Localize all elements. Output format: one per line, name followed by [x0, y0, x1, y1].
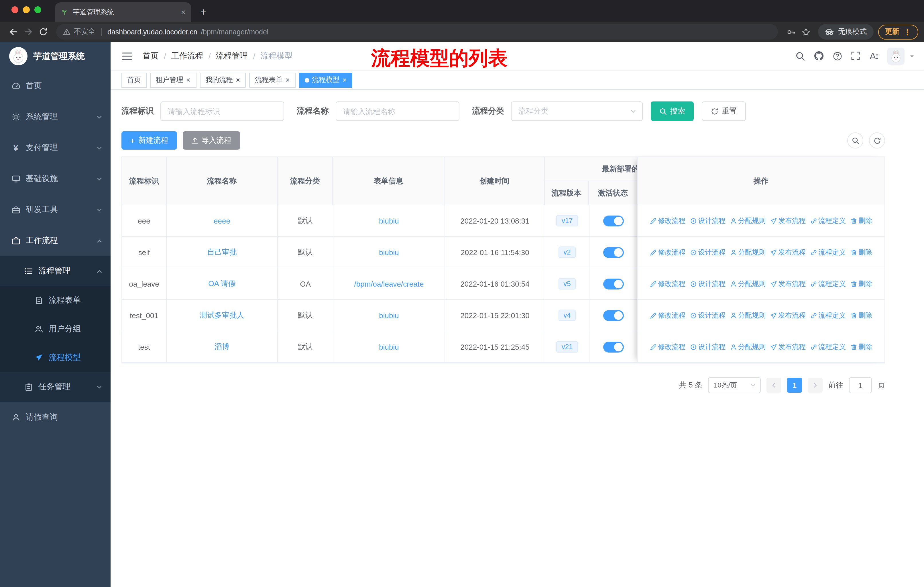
github-icon[interactable]	[814, 51, 824, 61]
zoom-window-button[interactable]	[35, 6, 41, 13]
close-icon[interactable]: ×	[285, 76, 290, 84]
publish-process-link[interactable]: 发布流程	[770, 311, 806, 320]
security-label[interactable]: 不安全	[74, 27, 96, 37]
bookmark-star-icon[interactable]	[799, 24, 813, 39]
sidebar-item-system[interactable]: 系统管理	[0, 101, 111, 132]
sidebar-item-devtools[interactable]: 研发工具	[0, 194, 111, 225]
menu-kebab-icon[interactable]: ⋮	[903, 27, 911, 36]
back-button[interactable]	[6, 24, 21, 39]
sidebar-item-leave-query[interactable]: 请假查询	[0, 402, 111, 433]
edit-process-link[interactable]: 修改流程	[650, 216, 685, 226]
tab-close-icon[interactable]: ×	[181, 8, 186, 16]
active-toggle[interactable]	[603, 310, 624, 321]
password-key-icon[interactable]	[784, 24, 799, 39]
search-toggle-button[interactable]	[847, 132, 863, 149]
design-process-link[interactable]: 设计流程	[690, 247, 726, 257]
publish-process-link[interactable]: 发布流程	[770, 247, 806, 257]
sidebar-item-process-form[interactable]: 流程表单	[0, 286, 111, 315]
form-info-link[interactable]: /bpm/oa/leave/create	[354, 279, 424, 288]
search-icon[interactable]	[796, 51, 805, 61]
refresh-button[interactable]	[869, 132, 885, 149]
process-definition-link[interactable]: 流程定义	[810, 342, 846, 352]
design-process-link[interactable]: 设计流程	[690, 342, 726, 352]
close-icon[interactable]: ×	[186, 76, 190, 84]
active-toggle[interactable]	[603, 215, 624, 226]
delete-link[interactable]: 删除	[850, 311, 872, 320]
sidebar-item-payment[interactable]: ¥ 支付管理	[0, 132, 111, 164]
form-info-link[interactable]: biubiu	[379, 342, 399, 351]
process-definition-link[interactable]: 流程定义	[810, 216, 846, 226]
active-toggle[interactable]	[603, 278, 624, 289]
close-window-button[interactable]	[12, 6, 18, 13]
form-info-link[interactable]: biubiu	[379, 248, 399, 256]
browser-update-button[interactable]: 更新 ⋮	[878, 24, 918, 39]
reset-button[interactable]: 重置	[702, 101, 746, 121]
delete-link[interactable]: 删除	[850, 247, 872, 257]
forward-button[interactable]	[21, 24, 36, 39]
tag-process-model[interactable]: 流程模型 ×	[299, 73, 353, 88]
goto-page-input[interactable]	[849, 377, 872, 393]
minimize-window-button[interactable]	[23, 6, 30, 13]
import-process-button[interactable]: 导入流程	[183, 131, 240, 150]
edit-process-link[interactable]: 修改流程	[650, 342, 685, 352]
form-info-link[interactable]: biubiu	[379, 217, 399, 225]
close-icon[interactable]: ×	[343, 76, 347, 84]
browser-tab[interactable]: 芋道管理系统 ×	[55, 2, 191, 22]
process-name-link[interactable]: 滔博	[214, 342, 229, 352]
sidebar-item-user-group[interactable]: 用户分组	[0, 315, 111, 343]
help-icon[interactable]	[833, 51, 842, 61]
process-name-link[interactable]: eeee	[214, 217, 230, 225]
design-process-link[interactable]: 设计流程	[690, 279, 726, 289]
edit-process-link[interactable]: 修改流程	[650, 247, 685, 257]
process-category-select[interactable]: 流程分类	[511, 101, 643, 121]
breadcrumb-item[interactable]: 工作流程	[171, 51, 203, 61]
assign-rule-link[interactable]: 分配规则	[730, 342, 766, 352]
page-1-button[interactable]: 1	[787, 378, 802, 393]
process-name-link[interactable]: 自己审批	[207, 247, 237, 257]
process-name-input[interactable]	[336, 101, 459, 121]
process-id-input[interactable]	[160, 101, 284, 121]
assign-rule-link[interactable]: 分配规则	[730, 279, 766, 289]
publish-process-link[interactable]: 发布流程	[770, 342, 806, 352]
sidebar-logo[interactable]: 芋道管理系统	[0, 42, 111, 71]
close-icon[interactable]: ×	[236, 76, 240, 84]
active-toggle[interactable]	[603, 247, 624, 258]
assign-rule-link[interactable]: 分配规则	[730, 247, 766, 257]
page-size-select[interactable]: 10条/页	[708, 377, 761, 393]
tag-process-form[interactable]: 流程表单 ×	[249, 73, 295, 88]
search-button[interactable]: 搜索	[651, 101, 694, 121]
new-tab-button[interactable]: +	[196, 5, 211, 20]
sidebar-item-process-management[interactable]: 流程管理	[0, 256, 111, 286]
publish-process-link[interactable]: 发布流程	[770, 279, 806, 289]
delete-link[interactable]: 删除	[850, 342, 872, 352]
edit-process-link[interactable]: 修改流程	[650, 311, 685, 320]
sidebar-item-workflow[interactable]: 工作流程	[0, 225, 111, 256]
reload-button[interactable]	[36, 24, 50, 39]
avatar[interactable]	[887, 47, 904, 64]
font-size-icon[interactable]	[869, 51, 878, 61]
delete-link[interactable]: 删除	[850, 279, 872, 289]
design-process-link[interactable]: 设计流程	[690, 216, 726, 226]
tag-tenant[interactable]: 租户管理 ×	[150, 73, 196, 88]
form-info-link[interactable]: biubiu	[379, 311, 399, 319]
address-bar[interactable]: 不安全 dashboard.yudao.iocoder.cn /bpm/mana…	[56, 24, 778, 40]
assign-rule-link[interactable]: 分配规则	[730, 311, 766, 320]
delete-link[interactable]: 删除	[850, 216, 872, 226]
sidebar-item-home[interactable]: 首页	[0, 71, 111, 101]
sidebar-item-process-model[interactable]: 流程模型	[0, 343, 111, 372]
breadcrumb-item[interactable]: 首页	[143, 51, 159, 61]
next-page-button[interactable]	[808, 378, 823, 393]
design-process-link[interactable]: 设计流程	[690, 311, 726, 320]
hamburger-icon[interactable]	[120, 49, 135, 63]
sidebar-item-task-management[interactable]: 任务管理	[0, 372, 111, 402]
process-definition-link[interactable]: 流程定义	[810, 311, 846, 320]
tag-my-process[interactable]: 我的流程 ×	[200, 73, 246, 88]
assign-rule-link[interactable]: 分配规则	[730, 216, 766, 226]
breadcrumb-item[interactable]: 流程管理	[216, 51, 248, 61]
create-process-button[interactable]: + 新建流程	[121, 131, 177, 150]
prev-page-button[interactable]	[766, 378, 781, 393]
tag-home[interactable]: 首页	[121, 73, 147, 88]
process-definition-link[interactable]: 流程定义	[810, 279, 846, 289]
sidebar-item-infrastructure[interactable]: 基础设施	[0, 164, 111, 194]
publish-process-link[interactable]: 发布流程	[770, 216, 806, 226]
